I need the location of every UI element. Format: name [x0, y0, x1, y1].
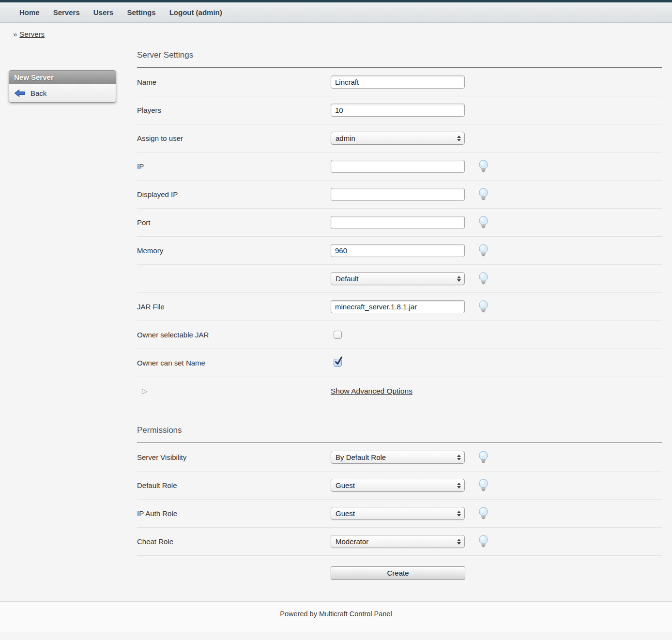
cheat-role-select[interactable]: Moderator	[331, 535, 465, 548]
panel-title: New Server	[9, 71, 116, 84]
players-input[interactable]	[331, 104, 465, 117]
hint-lightbulb-icon[interactable]	[478, 507, 489, 520]
form-row-advanced-options: ▷ Show Advanced Options	[137, 377, 662, 405]
ip-label: IP	[137, 162, 331, 170]
owner-can-set-name-label: Owner can set Name	[137, 359, 331, 367]
back-button[interactable]: Back	[9, 84, 116, 102]
server-visibility-label: Server Visibility	[137, 453, 331, 461]
port-label: Port	[137, 218, 331, 227]
select-stepper-icon	[457, 511, 461, 517]
displayed-ip-input[interactable]	[331, 188, 465, 201]
select-stepper-icon	[457, 136, 461, 141]
hint-lightbulb-icon[interactable]	[478, 479, 489, 492]
ip-auth-role-select-value: Guest	[336, 509, 355, 518]
form-row-players: Players	[137, 96, 662, 124]
nav-item-logout[interactable]: Logout (admin)	[163, 2, 229, 23]
form-row-name: Name	[137, 68, 662, 96]
form-row-cheat-role: Cheat Role Moderator	[137, 528, 662, 556]
form-row-memory: Memory	[137, 237, 662, 265]
form-row-server-visibility: Server Visibility By Default Role	[137, 443, 662, 472]
name-input[interactable]	[331, 76, 465, 89]
hint-lightbulb-icon[interactable]	[478, 244, 489, 257]
owner-can-set-name-checkbox[interactable]	[334, 359, 342, 367]
displayed-ip-label: Displayed IP	[137, 190, 331, 198]
breadcrumb-link-servers[interactable]: Servers	[19, 30, 45, 38]
form-row-displayed-ip: Displayed IP	[137, 181, 662, 209]
jar-file-input[interactable]	[331, 300, 465, 313]
nav-item-home[interactable]: Home	[13, 2, 46, 23]
owner-selectable-jar-checkbox[interactable]	[334, 331, 342, 339]
form-row-jar-default: Default	[137, 265, 662, 293]
back-arrow-icon	[14, 89, 26, 98]
hint-lightbulb-icon[interactable]	[478, 160, 489, 173]
breadcrumb: »Servers	[0, 23, 672, 44]
assign-user-label: Assign to user	[137, 134, 331, 142]
show-advanced-options-link[interactable]: Show Advanced Options	[331, 387, 412, 396]
hint-lightbulb-icon[interactable]	[478, 300, 489, 313]
hint-lightbulb-icon[interactable]	[478, 451, 489, 464]
footer-link-multicraft[interactable]: Multicraft Control Panel	[319, 610, 392, 618]
form-row-owner-selectable-jar: Owner selectable JAR	[137, 321, 662, 349]
hint-lightbulb-icon[interactable]	[478, 188, 489, 201]
select-stepper-icon	[457, 539, 461, 545]
new-server-panel: New Server Back	[9, 70, 116, 103]
hint-lightbulb-icon[interactable]	[478, 216, 489, 229]
footer-text: Powered by	[280, 610, 317, 618]
form-row-assign-to-user: Assign to user admin	[137, 124, 662, 152]
breadcrumb-marker: »	[13, 30, 17, 38]
nav-item-settings[interactable]: Settings	[120, 2, 162, 23]
server-visibility-select[interactable]: By Default Role	[331, 451, 465, 464]
assign-user-select-value: admin	[336, 134, 355, 142]
section-heading-permissions: Permissions	[137, 419, 662, 442]
name-label: Name	[137, 78, 331, 86]
hint-lightbulb-icon[interactable]	[478, 535, 489, 548]
select-stepper-icon	[457, 483, 461, 488]
ip-auth-role-label: IP Auth Role	[137, 509, 331, 518]
create-button[interactable]: Create	[331, 566, 465, 579]
nav-item-users[interactable]: Users	[87, 2, 121, 23]
cheat-role-label: Cheat Role	[137, 537, 331, 546]
jar-file-label: JAR File	[137, 303, 331, 311]
footer: Powered by Multicraft Control Panel	[0, 601, 672, 632]
select-stepper-icon	[457, 276, 461, 282]
create-row: Create	[137, 556, 662, 601]
expand-arrow-icon[interactable]: ▷	[142, 387, 148, 396]
default-role-select-value: Guest	[336, 481, 355, 489]
default-role-label: Default Role	[137, 481, 331, 489]
hint-lightbulb-icon[interactable]	[478, 272, 489, 285]
form-row-port: Port	[137, 209, 662, 237]
jar-default-select[interactable]: Default	[331, 272, 465, 285]
form-row-jar-file: JAR File	[137, 293, 662, 321]
jar-default-select-value: Default	[336, 274, 359, 283]
cheat-role-select-value: Moderator	[336, 537, 368, 546]
main-navbar: Home Servers Users Settings Logout (admi…	[0, 2, 672, 23]
form-row-ip: IP	[137, 152, 662, 181]
default-role-select[interactable]: Guest	[331, 479, 465, 492]
port-input[interactable]	[331, 216, 465, 229]
select-stepper-icon	[457, 455, 461, 460]
back-label: Back	[31, 89, 46, 97]
owner-selectable-jar-label: Owner selectable JAR	[137, 331, 331, 339]
memory-input[interactable]	[331, 244, 465, 257]
ip-input[interactable]	[331, 160, 465, 173]
form-row-ip-auth-role: IP Auth Role Guest	[137, 500, 662, 528]
section-heading-server-settings: Server Settings	[137, 44, 662, 67]
nav-item-servers[interactable]: Servers	[46, 2, 87, 23]
form-row-owner-can-set-name: Owner can set Name	[137, 349, 662, 377]
server-visibility-select-value: By Default Role	[336, 453, 386, 461]
memory-label: Memory	[137, 246, 331, 255]
assign-user-select[interactable]: admin	[331, 132, 465, 145]
players-label: Players	[137, 106, 331, 114]
ip-auth-role-select[interactable]: Guest	[331, 507, 465, 520]
form-row-default-role: Default Role Guest	[137, 472, 662, 500]
